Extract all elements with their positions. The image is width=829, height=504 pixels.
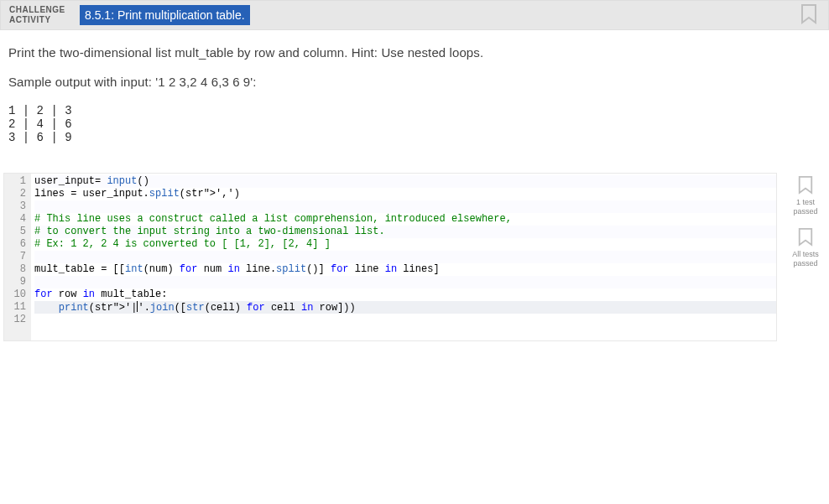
- bookmark-icon: [797, 176, 814, 196]
- code-column[interactable]: user_input= input()lines = user_input.sp…: [31, 174, 776, 340]
- code-line[interactable]: [34, 276, 776, 288]
- code-line[interactable]: lines = user_input.split(str">','): [34, 188, 776, 200]
- line-gutter: 123456789101112: [4, 174, 31, 340]
- prompt-area: Print the two-dimensional list mult_tabl…: [0, 30, 829, 173]
- challenge-activity-label: CHALLENGE ACTIVITY: [1, 1, 76, 29]
- line-number: 11: [8, 301, 26, 314]
- code-line[interactable]: [34, 251, 776, 263]
- tests-column: 1 testpassed All testspassed: [785, 173, 826, 268]
- line-number: 12: [8, 314, 26, 326]
- sample-output: 1 | 2 | 3 2 | 4 | 6 3 | 6 | 9: [8, 104, 821, 144]
- challenge-label-line2: ACTIVITY: [9, 15, 68, 25]
- line-number: 3: [8, 200, 26, 213]
- code-line[interactable]: # Ex: 1 2, 2 4 is converted to [ [1, 2],…: [34, 238, 776, 251]
- bookmark-icon: [797, 228, 814, 248]
- activity-title-text: 8.5.1: Print multiplication table.: [85, 8, 245, 22]
- code-line[interactable]: for row in mult_table:: [34, 288, 776, 301]
- line-number: 8: [8, 263, 26, 276]
- gutter-pad: [8, 326, 26, 339]
- activity-header: CHALLENGE ACTIVITY 8.5.1: Print multipli…: [0, 0, 829, 30]
- challenge-label-line1: CHALLENGE: [9, 5, 68, 15]
- line-number: 6: [8, 238, 26, 251]
- code-line[interactable]: # This line uses a construct called a li…: [34, 213, 776, 226]
- test-badge-one[interactable]: 1 testpassed: [793, 176, 817, 216]
- line-number: 4: [8, 213, 26, 226]
- sample-output-label: Sample output with input: '1 2 3,2 4 6,3…: [8, 75, 821, 89]
- line-number: 5: [8, 226, 26, 238]
- line-number: 7: [8, 251, 26, 263]
- line-number: 1: [8, 175, 26, 188]
- line-number: 10: [8, 288, 26, 301]
- text-cursor: [137, 301, 138, 312]
- line-number: 9: [8, 276, 26, 288]
- code-line[interactable]: mult_table = [[int(num) for num in line.…: [34, 263, 776, 276]
- line-number: 2: [8, 188, 26, 200]
- test-badge-all[interactable]: All testspassed: [792, 228, 819, 268]
- test-caption-one: 1 testpassed: [793, 198, 817, 216]
- code-line[interactable]: print(str">'|'.join([str(cell) for cell …: [34, 301, 776, 314]
- code-line[interactable]: [34, 200, 776, 213]
- test-caption-all: All testspassed: [792, 250, 819, 268]
- code-line[interactable]: user_input= input(): [34, 175, 776, 188]
- prompt-intro: Print the two-dimensional list mult_tabl…: [8, 45, 821, 60]
- code-line[interactable]: # to convert the input string into a two…: [34, 226, 776, 238]
- bookmark-icon[interactable]: [800, 4, 820, 26]
- activity-title: 8.5.1: Print multiplication table.: [80, 5, 250, 25]
- code-editor[interactable]: 123456789101112 user_input= input()lines…: [3, 173, 777, 341]
- code-line[interactable]: [34, 314, 776, 326]
